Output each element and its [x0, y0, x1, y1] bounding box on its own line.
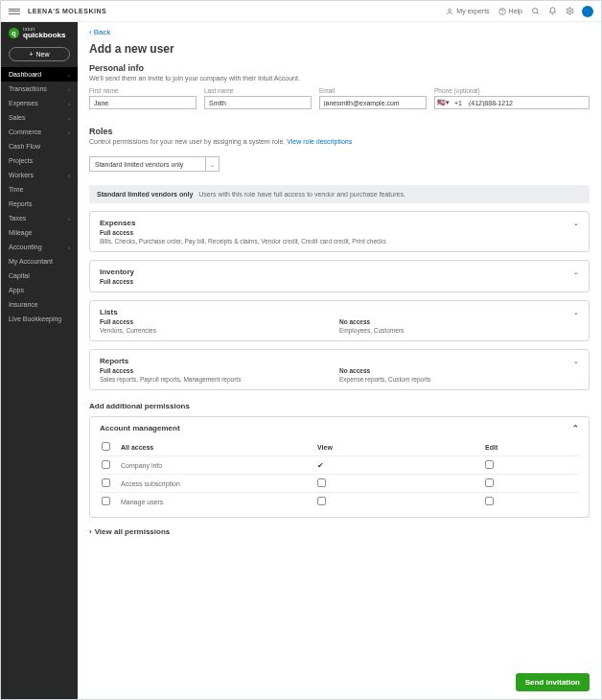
sidebar-item-mileage[interactable]: Mileage: [1, 225, 78, 240]
permission-row: Company info✔: [100, 456, 579, 475]
permission-row: Access subscription: [100, 475, 579, 493]
phone-input[interactable]: [465, 96, 590, 109]
panel-inventory-access: Full access: [100, 278, 579, 285]
roles-heading: Roles: [89, 127, 590, 136]
chevron-down-icon[interactable]: ⌄: [573, 220, 579, 227]
sidebar-item-transactions[interactable]: Transactions›: [1, 82, 78, 96]
panel-expenses[interactable]: Expenses Full access Bills, Checks, Purc…: [89, 211, 590, 252]
panel-lists-left-access: Full access: [100, 318, 339, 325]
email-label: Email: [319, 87, 427, 94]
col-view: View: [315, 438, 483, 456]
chevron-right-icon: ›: [68, 173, 70, 178]
panel-lists-title: Lists: [100, 308, 579, 316]
view-role-descriptions-link[interactable]: View role descriptions: [287, 138, 352, 145]
checkbox-edit[interactable]: [485, 460, 494, 469]
my-experts-link[interactable]: My experts: [445, 7, 489, 16]
panel-reports-left-desc: Sales reports, Payroll reports, Manageme…: [100, 376, 339, 383]
country-flag-select[interactable]: 🇺🇸▾: [434, 96, 452, 109]
role-banner: Standard limited vendors only Users with…: [89, 185, 590, 203]
checkbox-view[interactable]: [317, 478, 326, 487]
panel-reports[interactable]: Reports Full access Sales reports, Payro…: [89, 349, 590, 390]
roles-sub: Control permissions for your new user by…: [89, 138, 590, 145]
view-all-permissions-link[interactable]: › View all permissions: [89, 527, 590, 536]
main-content: ‹ Back Add a new user Personal info We'l…: [78, 22, 601, 699]
chevron-down-icon[interactable]: ⌄: [573, 358, 579, 365]
checkbox-edit[interactable]: [485, 478, 494, 487]
plus-icon: +: [29, 51, 33, 58]
sidebar-item-accounting[interactable]: Accounting›: [1, 240, 78, 254]
col-all-access: All access: [119, 438, 315, 456]
company-name: LEENA'S MOLESKINS: [28, 8, 445, 14]
checkbox-all[interactable]: [102, 478, 110, 487]
sidebar-item-time[interactable]: Time: [1, 182, 78, 197]
permissions-panel: Account management ⌃ All access View Edi…: [89, 416, 590, 518]
sidebar-item-projects[interactable]: Projects: [1, 153, 78, 168]
chevron-right-icon: ›: [89, 527, 92, 536]
checkbox-all[interactable]: [102, 497, 110, 505]
check-icon: ✔: [317, 461, 324, 470]
panel-reports-right-access: No access: [339, 367, 579, 374]
hamburger-icon[interactable]: [9, 9, 20, 14]
gear-icon[interactable]: [565, 7, 574, 16]
sidebar-item-live-bookkeeping[interactable]: Live Bookkeeping: [1, 312, 78, 326]
sidebar-item-dashboard[interactable]: Dashboard›: [1, 67, 78, 82]
chevron-down-icon[interactable]: ⌄: [573, 309, 579, 316]
sidebar-item-sales[interactable]: Sales›: [1, 110, 78, 125]
sidebar-item-my-accountant[interactable]: My Accountant: [1, 254, 78, 268]
search-icon[interactable]: [530, 7, 540, 16]
help-label: Help: [509, 8, 522, 14]
personal-heading: Personal info: [89, 63, 590, 73]
back-link[interactable]: ‹ Back: [89, 28, 110, 36]
view-all-label: View all permissions: [95, 527, 171, 536]
logo-mark: q: [9, 28, 19, 38]
send-invitation-button[interactable]: Send invitation: [516, 673, 590, 691]
permissions-group-title: Account management: [100, 424, 180, 432]
checkbox-view[interactable]: [317, 497, 326, 505]
chevron-left-icon: ‹: [89, 28, 92, 36]
panel-lists-left-desc: Vendors, Currencies: [100, 327, 339, 334]
new-label: New: [36, 51, 50, 58]
sidebar-item-taxes[interactable]: Taxes›: [1, 211, 78, 225]
sidebar-item-insurance[interactable]: Insurance: [1, 297, 78, 312]
sidebar-item-cash-flow[interactable]: Cash Flow: [1, 139, 78, 153]
new-button[interactable]: + New: [9, 47, 70, 61]
panel-inventory-title: Inventory: [100, 268, 579, 276]
help-icon: [498, 7, 507, 16]
sidebar-item-capital[interactable]: Capital: [1, 268, 78, 283]
avatar[interactable]: [582, 6, 593, 17]
panel-reports-right-desc: Expense reports, Custom reports: [339, 376, 579, 383]
email-input[interactable]: [319, 96, 427, 109]
sidebar-item-expenses[interactable]: Expenses›: [1, 96, 78, 110]
add-permissions-heading: Add additional permissions: [89, 402, 590, 410]
svg-point-5: [568, 10, 570, 12]
checkbox-all[interactable]: [102, 460, 110, 469]
checkbox-edit[interactable]: [485, 497, 494, 505]
panel-lists-right-access: No access: [339, 318, 579, 325]
sidebar-item-reports[interactable]: Reports: [1, 197, 78, 211]
chevron-down-icon[interactable]: ⌄: [573, 268, 579, 276]
role-banner-desc: Users with this role have full access to…: [198, 191, 405, 198]
panel-inventory[interactable]: Inventory Full access ⌄: [89, 260, 590, 292]
logo: q intuitquickbooks: [1, 22, 78, 43]
topbar: LEENA'S MOLESKINS My experts Help: [1, 1, 601, 22]
chevron-up-icon[interactable]: ⌃: [572, 424, 579, 432]
chevron-down-icon[interactable]: ⌄: [206, 156, 220, 172]
first-name-input[interactable]: [89, 96, 197, 109]
sidebar-item-commerce[interactable]: Commerce›: [1, 125, 78, 139]
help-link[interactable]: Help: [498, 7, 522, 16]
last-name-input[interactable]: [204, 96, 312, 109]
panel-lists-right-desc: Employees, Customers: [339, 327, 579, 334]
sidebar-item-apps[interactable]: Apps: [1, 283, 78, 297]
role-select[interactable]: Standard limited vendors only: [89, 156, 206, 172]
chevron-right-icon: ›: [68, 216, 70, 222]
role-banner-title: Standard limited vendors only: [97, 191, 193, 198]
panel-reports-left-access: Full access: [100, 367, 339, 374]
chevron-right-icon: ›: [68, 101, 70, 106]
first-name-label: First name: [89, 87, 197, 94]
bell-icon[interactable]: [547, 7, 557, 16]
sidebar-item-workers[interactable]: Workers›: [1, 168, 78, 182]
panel-lists[interactable]: Lists Full access Vendors, Currencies No…: [89, 300, 590, 341]
phone-prefix: +1: [452, 96, 465, 109]
checkbox-all-header[interactable]: [102, 442, 110, 451]
svg-point-3: [532, 9, 537, 13]
